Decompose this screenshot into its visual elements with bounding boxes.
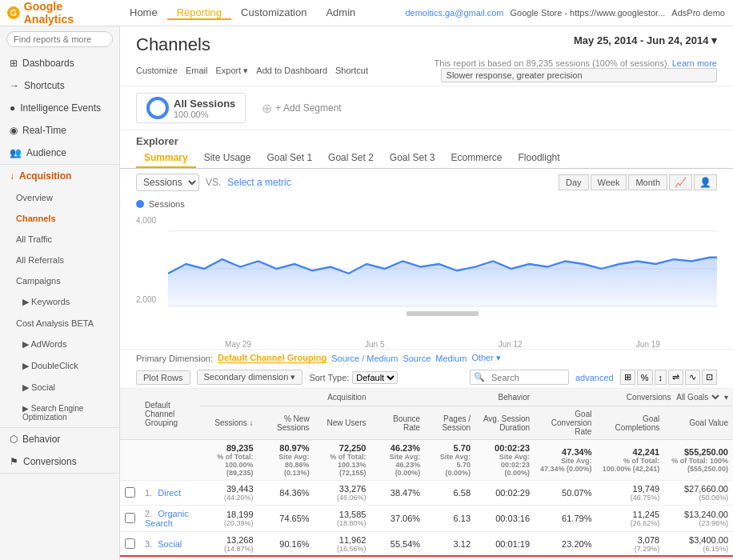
add-segment-button[interactable]: ⊕ + Add Segment <box>254 98 349 119</box>
conversions-label: Conversions <box>23 456 77 467</box>
keywords-label: ▶ Keywords <box>22 297 70 307</box>
data-rows: 1. Direct 39,443(44.20%) 84.36% 33,276(4… <box>120 481 733 561</box>
row-avg-dur: 00:02:29 <box>475 481 535 506</box>
row-channel: 2. Organic Search <box>140 506 199 532</box>
nav-admin[interactable]: Admin <box>316 6 365 20</box>
search-input[interactable] <box>6 31 113 47</box>
grid-icon-btn[interactable]: ⊡ <box>702 370 717 385</box>
nav-home[interactable]: Home <box>120 6 167 20</box>
dim-source-medium[interactable]: Source / Medium <box>331 354 398 363</box>
th-completions[interactable]: Goal Completions <box>596 406 664 440</box>
sidebar-item-dashboards[interactable]: ⊞ Dashboards <box>0 52 119 74</box>
secondary-dim-button[interactable]: Secondary dimension ▾ <box>197 370 303 385</box>
sidebar-item-allreferrals[interactable]: All Referrals <box>0 250 119 270</box>
tab-goalset2[interactable]: Goal Set 2 <box>320 149 382 168</box>
month-view-btn[interactable]: Month <box>628 174 667 190</box>
sidebar-item-keywords[interactable]: ▶ Keywords <box>0 291 119 313</box>
sidebar-item-alltraffic[interactable]: All Traffic <box>0 229 119 250</box>
nav-customization[interactable]: Customization <box>231 6 316 20</box>
dim-source[interactable]: Source <box>403 354 431 363</box>
row-bounce: 88.03% <box>371 557 425 561</box>
row-value: $27,660.00(50.06%) <box>664 481 733 506</box>
th-bounce[interactable]: Bounce Rate <box>371 406 425 440</box>
account-name[interactable]: Google Store - https://www.googlestor... <box>511 8 666 18</box>
sidebar-item-conversions[interactable]: ⚑ Conversions <box>0 450 119 473</box>
table-icon-btn[interactable]: ⊞ <box>620 370 635 385</box>
select-metric-link[interactable]: Select a metric <box>227 177 290 188</box>
sidebar-item-searchengine[interactable]: ▶ Search Engine Optimization <box>0 398 119 427</box>
sidebar-item-shortcuts[interactable]: → Shortcuts <box>0 74 119 97</box>
th-sessions[interactable]: Sessions ↓ <box>199 406 258 440</box>
dim-default-channel[interactable]: Default Channel Grouping <box>218 353 326 363</box>
sidebar-item-overview[interactable]: Overview <box>0 187 119 208</box>
tab-floodlight[interactable]: Floodlight <box>511 149 568 168</box>
channel-link[interactable]: Direct <box>158 488 181 498</box>
th-pages[interactable]: Pages / Session <box>425 406 475 440</box>
sidebar-item-channels[interactable]: Channels <box>0 208 119 229</box>
row-avg-dur: 00:00:17 <box>475 557 535 561</box>
searchengine-label: ▶ Search Engine Optimization <box>22 404 113 422</box>
sidebar-item-campaigns[interactable]: Campaigns <box>0 270 119 291</box>
tab-ecommerce[interactable]: Ecommerce <box>443 149 511 168</box>
sidebar-item-behavior[interactable]: ⬡ Behavior <box>0 428 119 450</box>
tab-siteusage[interactable]: Site Usage <box>196 149 259 168</box>
learn-more-link[interactable]: Learn more <box>672 58 717 68</box>
week-view-btn[interactable]: Week <box>591 174 627 190</box>
th-channel: Default Channel Grouping <box>140 389 199 440</box>
row-new-users: 33,276(46.06%) <box>314 481 371 506</box>
goals-select[interactable]: All Goals <box>673 392 722 402</box>
shortcut-button[interactable]: Shortcut <box>335 66 368 75</box>
row-checkbox[interactable] <box>125 487 135 498</box>
svg-text:G: G <box>10 8 17 18</box>
percent-icon-btn[interactable]: % <box>637 370 653 385</box>
day-view-btn[interactable]: Day <box>559 174 589 190</box>
dim-medium[interactable]: Medium <box>435 354 467 363</box>
customize-button[interactable]: Customize <box>136 66 178 75</box>
alltraffic-label: All Traffic <box>16 234 52 244</box>
bar-chart-icon-btn[interactable]: 👤 <box>694 174 717 190</box>
tab-goalset1[interactable]: Goal Set 1 <box>258 149 320 168</box>
plot-rows-button[interactable]: Plot Rows <box>136 370 190 385</box>
sidebar-item-audience[interactable]: 👥 Audience <box>0 142 119 164</box>
precision-button[interactable]: Slower response, greater precision <box>441 68 717 82</box>
sidebar-item-realtime[interactable]: ◉ Real-Time <box>0 119 119 142</box>
row-checkbox[interactable] <box>125 538 135 549</box>
sort-type-select[interactable]: Default <box>352 371 398 384</box>
export-button[interactable]: Export ▾ <box>215 66 248 76</box>
line-chart-icon-btn[interactable]: 📈 <box>669 174 692 190</box>
tab-summary[interactable]: Summary <box>136 149 196 168</box>
dim-other[interactable]: Other ▾ <box>471 353 501 363</box>
sidebar-item-doubleclick[interactable]: ▶ DoubleClick <box>0 355 119 377</box>
row-sessions: 13,268(14.87%) <box>199 532 258 557</box>
metric-select[interactable]: Sessions <box>136 174 199 191</box>
advanced-link[interactable]: advanced <box>575 373 614 382</box>
row-checkbox[interactable] <box>125 513 135 523</box>
sidebar-item-costanalysis[interactable]: Cost Analysis BETA <box>0 313 119 334</box>
sidebar-item-acquisition[interactable]: ↓ Acquisition <box>0 165 119 187</box>
th-value[interactable]: Goal Value <box>664 406 733 440</box>
th-new-users[interactable]: New Users <box>314 406 371 440</box>
th-avg-dur[interactable]: Avg. Session Duration <box>475 406 535 440</box>
sidebar-item-social[interactable]: ▶ Social <box>0 377 119 398</box>
user-email[interactable]: demoitics.ga@gmail.com <box>405 8 503 18</box>
tab-goalset3[interactable]: Goal Set 3 <box>382 149 443 168</box>
nav-reporting[interactable]: Reporting <box>167 6 231 20</box>
sparkline-icon-btn[interactable]: ∿ <box>685 370 700 385</box>
channel-link[interactable]: Social <box>158 539 182 549</box>
compare-icon-btn[interactable]: ↕ <box>655 370 667 385</box>
sidebar-item-adwords[interactable]: ▶ AdWords <box>0 334 119 355</box>
sidebar-item-intelligence[interactable]: ● Intelligence Events <box>0 97 119 119</box>
sidebar-dashboards-section: ⊞ Dashboards → Shortcuts ● Intelligence … <box>0 52 119 165</box>
table-search-input[interactable] <box>488 371 568 384</box>
email-button[interactable]: Email <box>186 66 208 75</box>
view-name[interactable]: AdsPro demo <box>671 8 725 18</box>
th-pct-new[interactable]: % New Sessions <box>258 406 314 440</box>
th-conv-rate[interactable]: Goal Conversion Rate <box>535 406 596 440</box>
chart-svg <box>168 212 717 316</box>
pivot-icon-btn[interactable]: ⇌ <box>668 370 683 385</box>
row-new-users: 11,962(16.56%) <box>314 532 371 557</box>
add-dashboard-button[interactable]: Add to Dashboard <box>256 66 327 75</box>
th-acquisition-group: Acquisition <box>199 389 371 406</box>
date-range[interactable]: May 25, 2014 - Jun 24, 2014 ▾ <box>574 34 717 46</box>
row-check <box>120 532 140 557</box>
